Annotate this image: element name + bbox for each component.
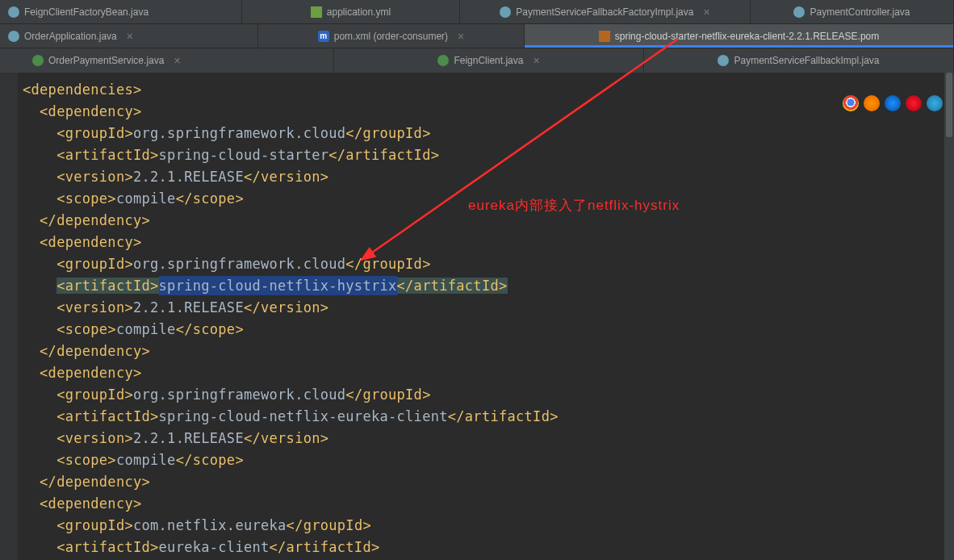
tab-label: FeignClientFactoryBean.java — [24, 6, 149, 18]
ide-toolbar — [843, 95, 943, 111]
tab-pom-order-consumer[interactable]: mpom.xml (order-consumer)× — [258, 24, 525, 48]
tab-label: PaymentController.java — [810, 6, 910, 18]
tab-label: spring-cloud-starter-netflix-eureka-clie… — [615, 31, 879, 42]
ie-icon[interactable] — [927, 95, 943, 111]
code-line: </dependency> — [23, 471, 954, 493]
close-icon[interactable]: × — [127, 30, 133, 43]
code-line: <scope>compile</scope> — [23, 449, 954, 471]
annotation-text: eureka内部接入了netflix-hystrix — [468, 196, 680, 215]
code-line: <groupId>org.springframework.cloud</grou… — [23, 384, 954, 406]
code-line: <groupId>org.springframework.cloud</grou… — [23, 253, 954, 275]
java-icon — [500, 6, 511, 18]
code-line: <dependency> — [23, 101, 954, 123]
tab-label: FeignClient.java — [454, 55, 523, 66]
code-line: <dependency> — [23, 362, 954, 384]
safari-icon[interactable] — [885, 95, 901, 111]
code-line: <groupId>com.netflix.eureka</groupId> — [23, 515, 954, 537]
tab-paymentservicefallbackimpl[interactable]: PaymentServiceFallbackImpl.java — [644, 48, 954, 73]
code-line: </dependency> — [23, 341, 954, 362]
close-icon[interactable]: × — [174, 54, 180, 67]
tab-orderapplication[interactable]: OrderApplication.java× — [0, 24, 258, 48]
tab-label: application.yml — [327, 6, 391, 18]
java-icon — [32, 55, 44, 66]
code-line: <dependency> — [23, 493, 954, 515]
code-line: <dependencies> — [23, 79, 954, 101]
close-icon[interactable]: × — [533, 54, 539, 67]
tab-application-yml[interactable]: application.yml — [242, 0, 460, 23]
firefox-icon[interactable] — [864, 95, 880, 111]
tab-feignclientfactorybean[interactable]: FeignClientFactoryBean.java — [0, 0, 242, 23]
code-line: <artifactId>spring-cloud-netflix-eureka-… — [23, 406, 954, 428]
tab-label: PaymentServiceFallbackImpl.java — [734, 55, 879, 66]
tab-eureka-client-pom[interactable]: spring-cloud-starter-netflix-eureka-clie… — [525, 24, 954, 48]
close-icon[interactable]: × — [458, 30, 464, 43]
code-line: <dependency> — [23, 232, 954, 253]
code-line: <scope>compile</scope> — [23, 319, 954, 341]
tab-feignclient[interactable]: FeignClient.java× — [334, 48, 644, 73]
code-line: <groupId>org.springframework.cloud</grou… — [23, 123, 954, 144]
java-icon — [437, 55, 449, 66]
code-line: <version>2.2.1.RELEASE</version> — [23, 166, 954, 188]
chrome-icon[interactable] — [843, 95, 859, 111]
maven-icon: m — [318, 31, 329, 42]
tab-label: OrderApplication.java — [24, 31, 117, 42]
tab-orderpaymentservice[interactable]: OrderPaymentService.java× — [0, 48, 334, 73]
tab-paymentservicefallbackfactory[interactable]: PaymentServiceFallbackFactoryImpl.java× — [460, 0, 751, 23]
tab-label: OrderPaymentService.java — [48, 55, 164, 66]
scrollbar-thumb[interactable] — [946, 73, 952, 137]
tab-bar-3: OrderPaymentService.java× FeignClient.ja… — [0, 48, 954, 73]
close-icon[interactable]: × — [703, 6, 709, 19]
code-line: <artifactId>eureka-client</artifactId> — [23, 537, 954, 558]
code-line: <version>2.2.1.RELEASE</version> — [23, 428, 954, 449]
code-line: <artifactId>spring-cloud-netflix-hystrix… — [23, 275, 954, 297]
yml-icon — [311, 6, 322, 18]
tab-label: pom.xml (order-consumer) — [334, 31, 448, 42]
tab-bar-2: OrderApplication.java× mpom.xml (order-c… — [0, 24, 954, 48]
java-icon — [718, 55, 729, 66]
tab-label: PaymentServiceFallbackFactoryImpl.java — [516, 6, 693, 18]
editor-scrollbar[interactable] — [944, 73, 954, 560]
java-icon — [793, 6, 805, 18]
code-line: <version>2.2.1.RELEASE</version> — [23, 297, 954, 319]
tab-paymentcontroller[interactable]: PaymentController.java — [751, 0, 954, 23]
code-editor[interactable]: <dependencies> <dependency> <groupId>org… — [0, 73, 954, 560]
pom-icon — [599, 31, 610, 42]
gutter — [0, 73, 18, 560]
java-icon — [8, 6, 19, 18]
java-icon — [8, 31, 19, 42]
tab-bar-1: FeignClientFactoryBean.java application.… — [0, 0, 954, 24]
code-line: <artifactId>spring-cloud-starter</artifa… — [23, 144, 954, 166]
opera-icon[interactable] — [906, 95, 922, 111]
